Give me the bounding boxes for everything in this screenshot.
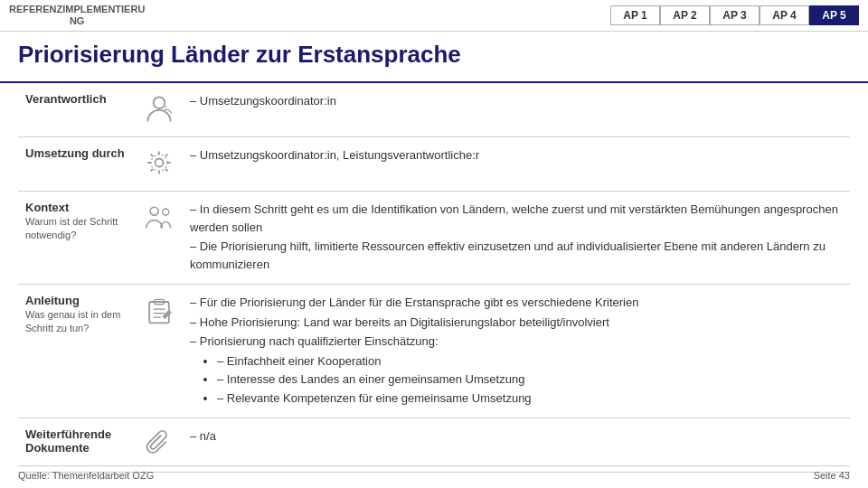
page-header: REFERENZIMPLEMENTIERU NG AP 1AP 2AP 3AP … — [0, 0, 868, 32]
svg-rect-6 — [149, 302, 169, 323]
page-footer: Quelle: Themenfeldarbeit OZG Seite 43 — [18, 465, 850, 481]
table-row-umsetzung: Umsetzung durch – Umsetzungskoordinator:… — [18, 137, 850, 192]
ap-tab-group: AP 1AP 2AP 3AP 4AP 5 — [610, 5, 859, 25]
svg-point-4 — [150, 208, 158, 216]
page-title: Priorisierung Länder zur Erstansprache — [0, 32, 868, 83]
icon-kontext — [136, 192, 183, 285]
label-anleitung: AnleitungWas genau ist in dem Schritt zu… — [18, 285, 136, 418]
svg-point-5 — [163, 209, 169, 215]
svg-point-3 — [151, 155, 167, 171]
label-weiterfuehrend: Weiterführende Dokumente — [18, 418, 136, 473]
label-umsetzung: Umsetzung durch — [18, 137, 136, 192]
label-verantwortlich: Verantwortlich — [18, 83, 136, 137]
list-item: Priorisierung nach qualifizierter Einsch… — [190, 333, 843, 407]
logo: REFERENZIMPLEMENTIERU NG — [9, 4, 145, 27]
ap-tab-ap-5[interactable]: AP 5 — [809, 5, 859, 25]
table-row-anleitung: AnleitungWas genau ist in dem Schritt zu… — [18, 285, 850, 418]
content-area: Verantwortlich – Umsetzungskoordinator:i… — [0, 83, 868, 473]
svg-point-1 — [164, 106, 167, 109]
table-row-verantwortlich: Verantwortlich – Umsetzungskoordinator:i… — [18, 83, 850, 137]
icon-anleitung — [136, 285, 183, 418]
sub-list-item: Relevante Kompetenzen für eine gemeinsam… — [217, 389, 843, 408]
list-item: Die Priorisierung hilft, limitierte Ress… — [190, 238, 843, 273]
content-kontext: In diesem Schritt geht es um die Identif… — [183, 192, 850, 285]
icon-weiterfuehrend — [136, 418, 183, 473]
icon-umsetzung — [136, 137, 183, 192]
svg-point-0 — [154, 98, 165, 109]
table-row-weiterfuehrend: Weiterführende Dokumente – n/a — [18, 418, 850, 473]
ap-tab-ap-4[interactable]: AP 4 — [760, 5, 809, 25]
footer-source: Quelle: Themenfeldarbeit OZG — [18, 470, 154, 481]
list-item: In diesem Schritt geht es um die Identif… — [190, 201, 843, 236]
table-row-kontext: KontextWarum ist der Schritt notwendig? … — [18, 192, 850, 285]
footer-page: Seite 43 — [814, 470, 850, 481]
list-item: Für die Priorisierung der Länder für die… — [190, 294, 843, 312]
svg-point-2 — [156, 159, 164, 167]
content-weiterfuehrend: – n/a — [183, 418, 850, 473]
sub-list-item: Einfachheit einer Kooperation — [217, 352, 843, 371]
ap-tab-ap-3[interactable]: AP 3 — [710, 5, 760, 25]
sub-list-item: Interesse des Landes an einer gemeinsame… — [217, 371, 843, 389]
content-verantwortlich: – Umsetzungskoordinator:in — [183, 83, 850, 137]
label-kontext: KontextWarum ist der Schritt notwendig? — [18, 192, 136, 285]
ap-tab-ap-1[interactable]: AP 1 — [610, 5, 660, 25]
list-item: Hohe Priorisierung: Land war bereits an … — [190, 314, 843, 332]
icon-verantwortlich — [136, 83, 183, 137]
info-table: Verantwortlich – Umsetzungskoordinator:i… — [18, 83, 850, 473]
content-anleitung: Für die Priorisierung der Länder für die… — [183, 285, 850, 418]
ap-tab-ap-2[interactable]: AP 2 — [660, 5, 710, 25]
content-umsetzung: – Umsetzungskoordinator:in, Leistungsver… — [183, 137, 850, 192]
